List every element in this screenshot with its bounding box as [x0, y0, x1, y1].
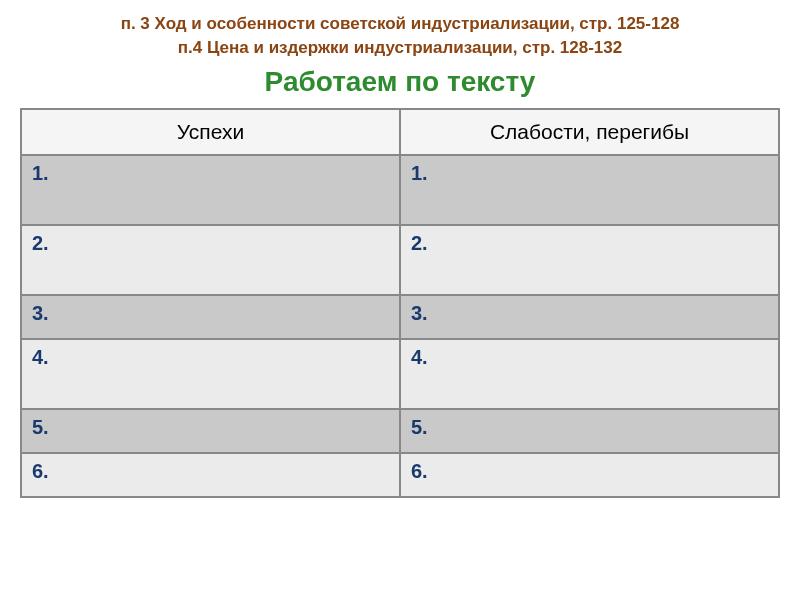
cell-successes-5: 5.	[21, 409, 400, 453]
cell-weaknesses-5: 5.	[400, 409, 779, 453]
worksheet-table: Успехи Слабости, перегибы 1. 1. 2. 2. 3.…	[20, 108, 780, 498]
cell-successes-2: 2.	[21, 225, 400, 295]
column-header-successes: Успехи	[21, 109, 400, 155]
cell-successes-6: 6.	[21, 453, 400, 497]
cell-weaknesses-2: 2.	[400, 225, 779, 295]
cell-weaknesses-6: 6.	[400, 453, 779, 497]
cell-weaknesses-1: 1.	[400, 155, 779, 225]
source-line-2: п.4 Цена и издержки индустриализации, ст…	[20, 36, 780, 60]
cell-successes-1: 1.	[21, 155, 400, 225]
table-row: 2. 2.	[21, 225, 779, 295]
cell-successes-4: 4.	[21, 339, 400, 409]
column-header-weaknesses: Слабости, перегибы	[400, 109, 779, 155]
page-title: Работаем по тексту	[20, 66, 780, 98]
table-row: 5. 5.	[21, 409, 779, 453]
table-row: 3. 3.	[21, 295, 779, 339]
source-line-1: п. 3 Ход и особенности советской индустр…	[20, 12, 780, 36]
table-row: 4. 4.	[21, 339, 779, 409]
header-block: п. 3 Ход и особенности советской индустр…	[0, 0, 800, 108]
table-header-row: Успехи Слабости, перегибы	[21, 109, 779, 155]
cell-weaknesses-3: 3.	[400, 295, 779, 339]
cell-weaknesses-4: 4.	[400, 339, 779, 409]
cell-successes-3: 3.	[21, 295, 400, 339]
table-row: 6. 6.	[21, 453, 779, 497]
table-row: 1. 1.	[21, 155, 779, 225]
